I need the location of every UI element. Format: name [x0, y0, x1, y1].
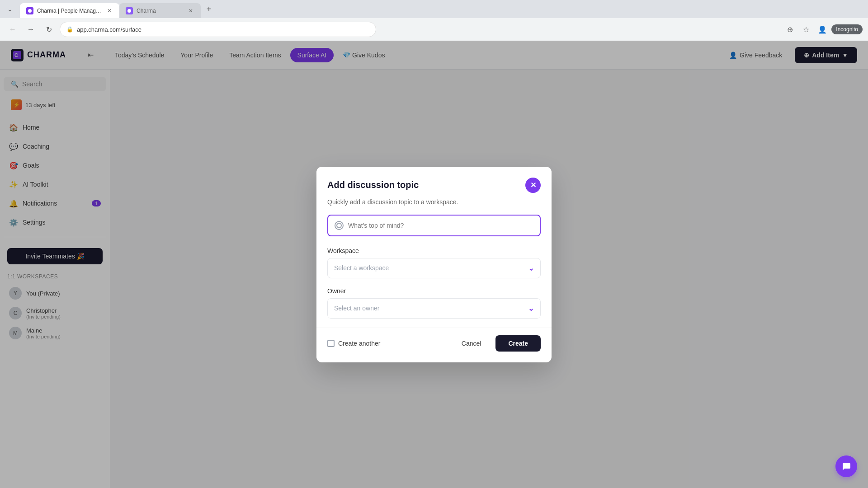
forward-button[interactable]: →: [24, 22, 38, 37]
modal-footer: Create another Cancel Create: [316, 328, 552, 362]
owner-select-placeholder: Select an owner: [334, 305, 379, 312]
create-another-row: Create another: [327, 340, 380, 347]
owner-chevron-icon: ⌄: [528, 304, 534, 313]
favicon-2: [126, 7, 133, 14]
modal-close-button[interactable]: ✕: [525, 178, 541, 193]
reload-button[interactable]: ↻: [42, 22, 56, 37]
svg-point-4: [337, 223, 341, 228]
tab-close-2[interactable]: ✕: [187, 7, 194, 14]
address-text: app.charma.com/surface: [77, 26, 142, 33]
create-another-label[interactable]: Create another: [338, 340, 380, 347]
browser-tabs: ⌄ Charma | People Management ... ✕ Charm…: [0, 0, 868, 18]
svg-point-1: [127, 9, 131, 13]
tab-title-1: Charma | People Management ...: [37, 8, 102, 14]
topic-check-icon: [335, 221, 344, 230]
incognito-badge: Incognito: [831, 24, 863, 34]
browser-toolbar: ← → ↻ 🔒 app.charma.com/surface ⊕ ☆ 👤 Inc…: [0, 18, 868, 41]
profile-icon[interactable]: 👤: [815, 22, 830, 37]
topic-input-row: [327, 215, 541, 236]
bookmark-icon[interactable]: ☆: [799, 22, 813, 37]
workspace-form-group: Workspace Select a workspace ⌄: [327, 247, 541, 278]
owner-form-group: Owner Select an owner ⌄: [327, 287, 541, 319]
modal-title: Add discussion topic: [327, 180, 419, 190]
workspace-select-placeholder: Select a workspace: [334, 264, 389, 272]
tab-title-2: Charma: [137, 8, 184, 14]
modal-header: Add discussion topic ✕: [316, 167, 552, 198]
new-tab-button[interactable]: +: [203, 3, 215, 15]
favicon-1: [26, 7, 33, 14]
browser-chrome: ⌄ Charma | People Management ... ✕ Charm…: [0, 0, 868, 41]
cancel-button[interactable]: Cancel: [453, 335, 491, 352]
modal-body: Quickly add a discussion topic to a work…: [316, 198, 552, 319]
back-button[interactable]: ←: [5, 22, 20, 37]
tab-list-button[interactable]: ⌄: [4, 3, 16, 15]
workspace-select[interactable]: Select a workspace ⌄: [327, 258, 541, 278]
toolbar-actions: ⊕ ☆ 👤 Incognito: [783, 22, 863, 37]
chat-support-button[interactable]: [835, 455, 857, 477]
modal-subtitle: Quickly add a discussion topic to a work…: [327, 198, 541, 206]
cast-icon[interactable]: ⊕: [783, 22, 797, 37]
add-discussion-topic-modal: Add discussion topic ✕ Quickly add a dis…: [316, 167, 552, 362]
tab-close-1[interactable]: ✕: [106, 7, 113, 14]
address-bar[interactable]: 🔒 app.charma.com/surface: [60, 22, 376, 37]
lock-icon: 🔒: [66, 26, 73, 33]
browser-tab-active[interactable]: Charma | People Management ... ✕: [20, 3, 119, 18]
browser-tab-2[interactable]: Charma ✕: [119, 3, 201, 18]
workspace-chevron-icon: ⌄: [528, 264, 534, 272]
modal-overlay[interactable]: Add discussion topic ✕ Quickly add a dis…: [0, 41, 868, 488]
owner-label: Owner: [327, 287, 541, 295]
owner-select[interactable]: Select an owner ⌄: [327, 298, 541, 319]
create-another-checkbox[interactable]: [327, 340, 335, 347]
create-button[interactable]: Create: [495, 335, 541, 352]
topic-input-field[interactable]: [348, 222, 533, 229]
svg-point-0: [28, 9, 32, 13]
workspace-label: Workspace: [327, 247, 541, 254]
